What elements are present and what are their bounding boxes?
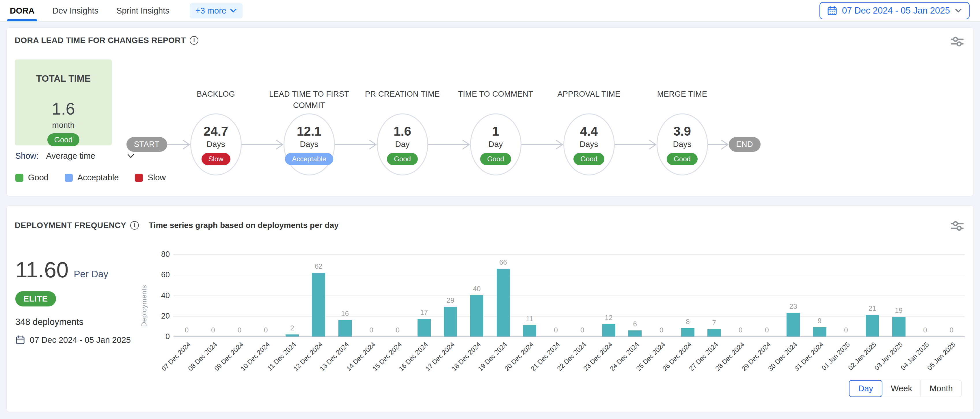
granularity-day-button[interactable]: Day — [849, 380, 882, 397]
legend-label: Slow — [148, 173, 166, 183]
total-time-value: 1.6 — [52, 99, 75, 118]
sliders-icon[interactable] — [950, 220, 965, 233]
flow-arrow-icon — [335, 138, 377, 151]
bar-value-label: 0 — [543, 326, 569, 334]
bar-value-label: 0 — [727, 326, 754, 334]
stage-unit: Days — [207, 140, 225, 149]
granularity-week-button[interactable]: Week — [882, 380, 921, 397]
bar-value-label: 11 — [516, 315, 542, 323]
tab-dev-insights[interactable]: Dev Insights — [51, 0, 100, 21]
rate-value: 11.60 — [15, 257, 69, 282]
flow-arrow-icon — [242, 138, 283, 151]
bar-value-label: 21 — [859, 305, 886, 313]
more-tabs-button[interactable]: +3 more — [190, 3, 243, 19]
legend-swatch — [135, 174, 143, 182]
calendar-icon — [15, 335, 25, 345]
stage-unit: Days — [673, 140, 692, 149]
deployments-bar — [681, 328, 694, 336]
bar-value-label: 66 — [490, 258, 516, 267]
y-tick-label: 20 — [150, 312, 170, 320]
bar-slot: 0 — [569, 254, 595, 336]
bar-slot: 8 — [675, 254, 701, 336]
bar-value-label: 0 — [173, 326, 200, 334]
stage-value: 1 — [492, 124, 499, 138]
bar-slot: 6 — [622, 254, 648, 336]
flow-stage-approval-time: APPROVAL TIME4.4DaysGood — [563, 113, 615, 175]
stage-name: PR CREATION TIME — [349, 89, 456, 100]
lead-time-title-text: DORA LEAD TIME FOR CHANGES REPORT — [15, 36, 186, 45]
deployments-bar — [286, 335, 299, 336]
start-node: START — [126, 137, 167, 152]
stage-circle: 24.7DaysSlow — [190, 113, 242, 175]
deployments-bar — [444, 307, 457, 336]
bar-value-label: 16 — [332, 309, 358, 318]
legend-swatch — [15, 174, 23, 182]
flow-arrow-icon — [428, 138, 470, 151]
granularity-month-button[interactable]: Month — [921, 380, 962, 397]
stage-status-badge: Good — [573, 153, 605, 165]
bar-value-label: 19 — [886, 306, 912, 314]
total-deployments: 348 deployments — [15, 317, 83, 327]
bar-slot: 11 — [516, 254, 542, 336]
y-axis-label: Deployments — [140, 252, 148, 327]
stage-unit: Day — [488, 140, 503, 149]
x-axis-labels: 07 Dec 202408 Dec 202409 Dec 202410 Dec … — [173, 341, 965, 378]
bar-slot: 0 — [939, 254, 965, 336]
bar-slot: 19 — [886, 254, 912, 336]
bar-slot: 0 — [253, 254, 279, 336]
stage-name: APPROVAL TIME — [536, 89, 643, 100]
tab-dora[interactable]: DORA — [8, 0, 36, 21]
show-label: Show: — [15, 151, 39, 161]
stage-name: MERGE TIME — [629, 89, 736, 100]
deployment-frequency-panel: DEPLOYMENT FREQUENCY i Time series graph… — [6, 205, 974, 412]
bar-value-label: 40 — [464, 285, 490, 293]
bar-value-label: 0 — [200, 326, 226, 334]
y-tick-label: 60 — [150, 270, 170, 279]
total-time-status-badge: Good — [47, 133, 80, 146]
bar-value-label: 2 — [279, 324, 305, 332]
stage-name: BACKLOG — [162, 89, 269, 100]
date-range-picker[interactable]: 07 Dec 2024 - 05 Jan 2025 — [819, 2, 970, 19]
bar-slot: 2 — [279, 254, 305, 336]
y-tick-label: 80 — [150, 250, 170, 259]
info-icon[interactable]: i — [130, 221, 139, 230]
chevron-down-icon — [955, 8, 962, 13]
status-legend: GoodAcceptableSlow — [15, 173, 166, 183]
tab-sprint-insights[interactable]: Sprint Insights — [115, 0, 171, 21]
bar-value-label: 23 — [780, 302, 807, 311]
info-icon[interactable]: i — [190, 36, 198, 45]
bar-slot: 0 — [833, 254, 859, 336]
show-dropdown[interactable]: Show: Average time — [15, 151, 135, 161]
bar-slot: 0 — [173, 254, 200, 336]
y-tick-label: 40 — [150, 291, 170, 300]
deployments-bar — [628, 330, 641, 336]
bar-slot: 16 — [332, 254, 358, 336]
stage-status-badge: Good — [387, 153, 418, 165]
lead-time-panel: DORA LEAD TIME FOR CHANGES REPORT i TOTA… — [6, 27, 974, 196]
deployment-rate: 11.60 Per Day — [15, 257, 108, 282]
bar-value-label: 62 — [305, 262, 332, 270]
deployments-bar — [339, 320, 352, 336]
bar-value-label: 0 — [385, 326, 411, 334]
end-node: END — [729, 137, 761, 152]
stat-date-label: 07 Dec 2024 - 05 Jan 2025 — [30, 335, 131, 345]
legend-label: Good — [28, 173, 49, 183]
total-time-card: TOTAL TIME 1.6 month Good — [15, 59, 112, 146]
deployments-bar — [523, 325, 536, 336]
tabs: DORADev InsightsSprint Insights +3 more — [8, 0, 243, 21]
sliders-icon[interactable] — [950, 35, 965, 49]
stage-circle: 1DayGood — [470, 113, 522, 175]
stage-name: TIME TO COMMENT — [442, 89, 549, 100]
deployment-title-text: DEPLOYMENT FREQUENCY — [15, 221, 126, 230]
bar-slot: 0 — [543, 254, 569, 336]
stage-circle: 3.9DaysGood — [657, 113, 708, 175]
bar-value-label: 0 — [358, 326, 384, 334]
stage-circle: 1.6DayGood — [377, 113, 428, 175]
granularity-switch: DayWeekMonth — [849, 380, 962, 397]
bar-value-label: 6 — [622, 320, 648, 328]
legend-item-good: Good — [15, 173, 49, 183]
bar-slot: 0 — [226, 254, 253, 336]
bar-value-label: 12 — [595, 314, 622, 322]
chevron-down-icon — [230, 8, 237, 13]
stage-value: 4.4 — [580, 124, 598, 138]
